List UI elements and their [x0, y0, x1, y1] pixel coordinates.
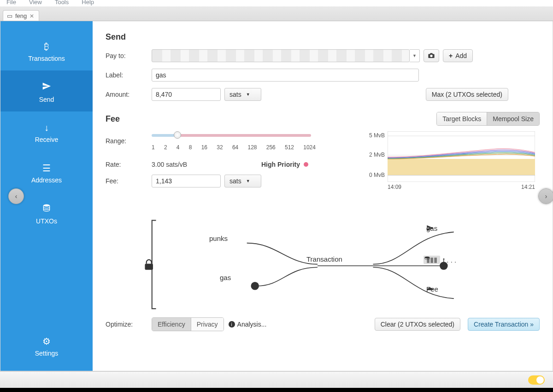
status-toggle[interactable]	[528, 375, 545, 385]
input-gas: gas	[220, 274, 231, 281]
svg-rect-6	[145, 264, 153, 270]
wallet-tab[interactable]: ▭ feng ✕	[3, 10, 39, 21]
sidebar-item-receive[interactable]: ↓ Receive	[0, 111, 93, 152]
svg-point-10	[425, 257, 430, 258]
send-icon	[426, 224, 434, 232]
amount-label: Amount:	[106, 91, 152, 98]
label-label: Label:	[106, 71, 152, 79]
chevron-down-icon: ▼	[246, 92, 250, 97]
address-dropdown[interactable]: ▼	[410, 49, 420, 62]
mempool-size-tab[interactable]: Mempool Size	[487, 112, 539, 125]
menu-view[interactable]: View	[29, 0, 42, 6]
range-label: Range:	[106, 137, 152, 145]
rate-label: Rate:	[106, 161, 152, 168]
wallet-tab-name: feng	[15, 12, 27, 19]
close-icon[interactable]: ✕	[29, 13, 34, 19]
range-ticks: 12481632641282565121024	[152, 144, 316, 151]
fee-input[interactable]	[152, 175, 221, 187]
fee-unit-select[interactable]: sats ▼	[224, 175, 261, 187]
sidebar-item-send[interactable]: Send	[0, 70, 93, 111]
gear-icon: ⚙	[0, 336, 93, 347]
max-button[interactable]: Max (2 UTXOs selected)	[426, 88, 508, 101]
label-input[interactable]	[152, 69, 419, 82]
status-bar	[0, 371, 553, 388]
output-gas: gas	[426, 224, 437, 232]
menu-help[interactable]: Help	[82, 0, 94, 6]
sidebar-item-addresses[interactable]: ☰ Addresses	[0, 152, 93, 192]
fee-view-segment: Target Blocks Mempool Size	[436, 112, 540, 126]
hand-icon	[426, 285, 434, 291]
chevron-down-icon: ▼	[246, 179, 250, 183]
tab-bar: ▭ feng ✕	[0, 6, 553, 21]
send-heading: Send	[106, 32, 540, 42]
menu-bar: File View Tools Help	[0, 0, 553, 6]
svg-point-0	[43, 205, 49, 207]
amount-input[interactable]	[152, 88, 221, 101]
bitcoin-icon: ₿	[0, 41, 93, 52]
tx-label: Transaction	[306, 255, 342, 263]
svg-point-7	[251, 282, 259, 290]
camera-button[interactable]	[424, 49, 439, 62]
pay-to-input[interactable]	[152, 49, 410, 62]
rate-value: 3.00 sats/vB	[152, 161, 258, 168]
output-fee: Fee	[426, 285, 438, 293]
plus-icon: +	[449, 52, 453, 59]
download-icon: ↓	[0, 123, 93, 133]
list-icon: ☰	[0, 163, 93, 174]
collapse-right-button[interactable]: ›	[538, 188, 553, 204]
camera-icon	[428, 52, 435, 60]
add-button[interactable]: + Add	[443, 49, 473, 62]
fee-heading: Fee	[106, 114, 120, 124]
coins-icon	[0, 203, 93, 215]
input-punks: punks	[209, 234, 228, 242]
output-change: ▮▮▮ t . . .	[424, 256, 456, 264]
mempool-chart: 5 MvB 2 MvB 0 MvB 14:09 14:21	[388, 131, 535, 182]
slider-thumb[interactable]	[174, 131, 181, 139]
collapse-left-button[interactable]: ‹	[8, 188, 24, 204]
fee-label: Fee:	[106, 177, 152, 185]
menu-tools[interactable]: Tools	[55, 0, 69, 6]
chevron-right-icon: ›	[545, 192, 547, 200]
sidebar-item-settings[interactable]: ⚙ Settings	[0, 325, 93, 365]
priority-label: High Priority	[261, 161, 308, 168]
target-blocks-tab[interactable]: Target Blocks	[437, 112, 487, 125]
amount-unit-select[interactable]: sats ▼	[224, 88, 261, 101]
wallet-icon: ▭	[7, 12, 12, 19]
tx-diagram: punks gas Transaction gas ▮▮▮ t . . . Fe…	[106, 208, 540, 314]
pay-to-label: Pay to:	[106, 52, 152, 59]
svg-point-1	[430, 54, 432, 57]
send-icon	[0, 82, 93, 93]
main-content: Send Pay to: ▼ + Add Label:	[93, 21, 553, 371]
priority-dot-icon	[304, 162, 308, 167]
range-slider[interactable]	[152, 131, 311, 137]
app-frame: ₿ Transactions Send ↓ Receive ☰ Addresse…	[0, 21, 553, 371]
coins-icon	[424, 256, 431, 263]
menu-file[interactable]: File	[6, 0, 16, 6]
sidebar-item-transactions[interactable]: ₿ Transactions	[0, 30, 93, 70]
chevron-left-icon: ‹	[15, 192, 18, 200]
